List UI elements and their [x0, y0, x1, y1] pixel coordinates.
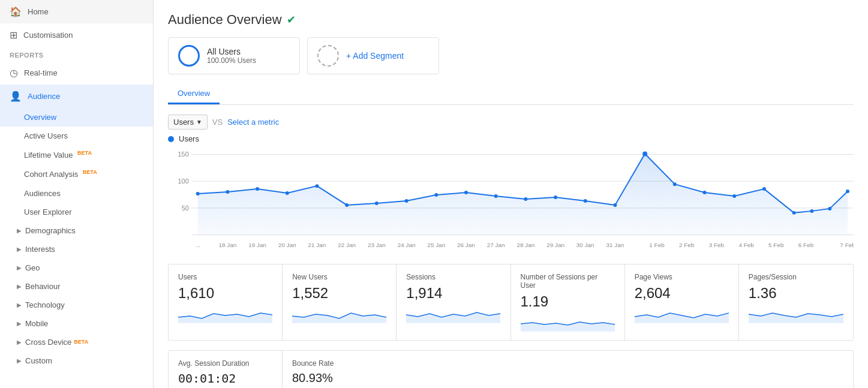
stat-sessions-per-user-label: Number of Sessions per User	[521, 273, 615, 290]
sidebar-item-custom[interactable]: ▶ Custom	[0, 351, 153, 370]
svg-text:6 Feb: 6 Feb	[798, 242, 814, 248]
stat-sessions-per-user-sparkline	[521, 314, 615, 332]
home-icon: 🏠	[10, 6, 22, 17]
users-legend-label: Users	[179, 134, 199, 143]
svg-point-23	[642, 151, 647, 156]
sidebar-item-home[interactable]: 🏠 Home	[0, 0, 153, 23]
metric-select[interactable]: Users ▼	[168, 115, 208, 130]
svg-point-22	[613, 203, 617, 207]
custom-expand-arrow: ▶	[17, 357, 22, 364]
svg-text:3 Feb: 3 Feb	[709, 242, 725, 248]
sidebar-item-audiences[interactable]: Audiences	[0, 184, 153, 203]
svg-text:30 Jan: 30 Jan	[576, 242, 594, 248]
stats-grid: Users 1,610 New Users 1,552 Sessions 1,9…	[168, 264, 854, 341]
svg-text:22 Jan: 22 Jan	[338, 242, 356, 248]
svg-text:...: ...	[196, 242, 200, 248]
sidebar-item-cohort-analysis[interactable]: Cohort Analysis BETA	[0, 164, 153, 184]
stat-users-value: 1,610	[178, 285, 272, 302]
svg-text:150: 150	[178, 151, 189, 158]
add-segment-info: + Add Segment	[346, 51, 404, 61]
sidebar-item-behaviour[interactable]: ▶ Behaviour	[0, 277, 153, 296]
svg-marker-58	[635, 313, 729, 323]
metric-select-label: Users	[173, 118, 194, 127]
stat-new-users-value: 1,552	[292, 285, 386, 302]
svg-text:26 Jan: 26 Jan	[457, 242, 475, 248]
svg-text:7 Feb: 7 Feb	[840, 242, 854, 248]
sidebar-item-lifetime-value[interactable]: Lifetime Value BETA	[0, 145, 153, 164]
svg-text:5 Feb: 5 Feb	[768, 242, 784, 248]
svg-text:29 Jan: 29 Jan	[546, 242, 564, 248]
sidebar-home-label: Home	[28, 7, 49, 16]
stats-grid2: Avg. Session Duration 00:01:02 Bounce Ra…	[168, 350, 854, 388]
geo-expand-arrow: ▶	[17, 264, 22, 271]
svg-point-13	[345, 203, 349, 207]
sidebar-user-explorer-label: User Explorer	[24, 207, 71, 216]
sidebar-item-geo[interactable]: ▶ Geo	[0, 258, 153, 277]
svg-point-8	[196, 192, 200, 195]
stat-avg-session: Avg. Session Duration 00:01:02	[169, 351, 283, 388]
svg-point-21	[584, 199, 587, 203]
svg-point-25	[703, 191, 707, 194]
sidebar-item-demographics[interactable]: ▶ Demographics	[0, 221, 153, 240]
svg-marker-59	[749, 313, 843, 323]
stat-page-views: Page Views 2,604	[625, 264, 739, 340]
mobile-expand-arrow: ▶	[17, 320, 22, 327]
stat-sessions: Sessions 1,914	[397, 264, 510, 340]
sidebar-item-overview[interactable]: Overview	[0, 108, 153, 127]
svg-text:100: 100	[178, 178, 189, 185]
stat-avg-session-label: Avg. Session Duration	[178, 359, 272, 368]
all-users-name: All Users	[207, 47, 256, 56]
sidebar-item-cross-device[interactable]: ▶ Cross Device BETA	[0, 333, 153, 351]
users-legend-dot	[168, 136, 174, 142]
customisation-icon: ⊞	[10, 29, 17, 41]
add-segment-card[interactable]: + Add Segment	[307, 37, 439, 74]
sidebar-item-realtime[interactable]: ◷ Real-time	[0, 61, 153, 85]
svg-text:27 Jan: 27 Jan	[487, 242, 505, 248]
sidebar-custom-label: Custom	[25, 356, 52, 365]
all-users-info: All Users 100.00% Users	[207, 47, 256, 65]
svg-point-9	[226, 190, 229, 194]
sidebar-cross-device-label: Cross Device	[25, 338, 71, 347]
svg-text:1 Feb: 1 Feb	[649, 242, 665, 248]
stat-users: Users 1,610	[169, 264, 283, 340]
demographics-expand-arrow: ▶	[17, 227, 22, 234]
sidebar-item-user-explorer[interactable]: User Explorer	[0, 203, 153, 221]
sidebar-item-mobile[interactable]: ▶ Mobile	[0, 314, 153, 333]
sidebar-item-customisation[interactable]: ⊞ Customisation	[0, 23, 153, 47]
svg-point-20	[554, 195, 557, 199]
tab-overview[interactable]: Overview	[168, 84, 220, 104]
behaviour-expand-arrow: ▶	[17, 283, 22, 290]
lifetime-value-beta-badge: BETA	[77, 150, 92, 156]
stat-new-users-label: New Users	[292, 273, 386, 281]
sidebar-item-active-users[interactable]: Active Users	[0, 127, 153, 145]
sidebar-lifetime-value-label: Lifetime Value	[24, 151, 73, 160]
svg-text:19 Jan: 19 Jan	[248, 242, 266, 248]
svg-text:18 Jan: 18 Jan	[218, 242, 236, 248]
stat-sessions-per-user-value: 1.19	[521, 293, 615, 310]
svg-point-15	[405, 199, 409, 203]
svg-marker-54	[178, 313, 272, 323]
sidebar-cohort-analysis-label: Cohort Analysis	[24, 170, 78, 179]
sidebar-behaviour-label: Behaviour	[25, 282, 61, 291]
sidebar-item-technology[interactable]: ▶ Technology	[0, 296, 153, 314]
svg-point-10	[256, 187, 259, 191]
sidebar-item-audience[interactable]: 👤 Audience	[0, 85, 153, 108]
svg-point-29	[810, 209, 813, 213]
sidebar-customisation-label: Customisation	[23, 31, 73, 40]
svg-point-14	[375, 201, 379, 205]
stat-new-users: New Users 1,552	[283, 264, 397, 340]
svg-point-26	[732, 194, 736, 198]
svg-point-16	[434, 193, 438, 197]
add-segment-name: + Add Segment	[346, 51, 404, 61]
sidebar-item-interests[interactable]: ▶ Interests	[0, 240, 153, 258]
sidebar-interests-label: Interests	[25, 245, 55, 254]
svg-point-30	[828, 207, 831, 210]
stat-pages-session: Pages/Session 1.36	[739, 264, 853, 340]
all-users-segment[interactable]: All Users 100.00% Users	[168, 37, 300, 74]
svg-marker-57	[521, 322, 615, 332]
svg-point-18	[494, 194, 498, 198]
verified-icon: ✔	[287, 13, 296, 26]
select-metric-link[interactable]: Select a metric	[227, 118, 279, 127]
svg-text:50: 50	[182, 204, 189, 212]
tab-bar: Overview	[168, 84, 854, 105]
